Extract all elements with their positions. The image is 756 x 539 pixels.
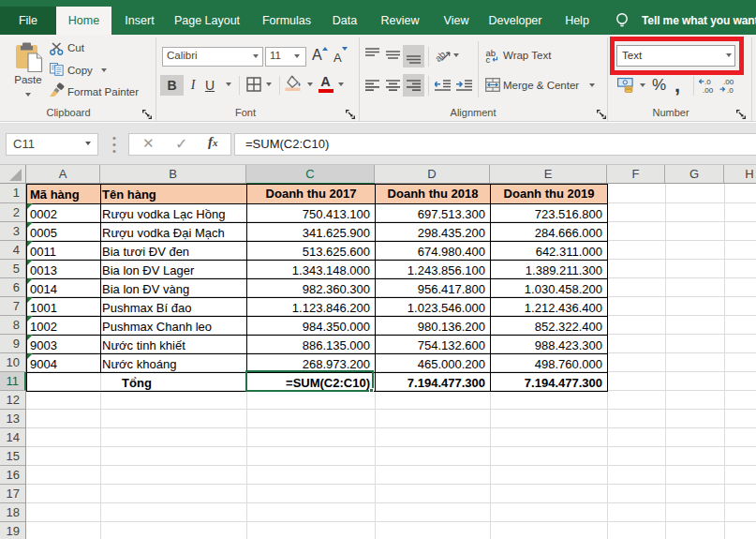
svg-text:c: c (486, 54, 491, 64)
svg-text:.00: .00 (703, 86, 714, 94)
svg-text:.0: .0 (727, 86, 734, 94)
